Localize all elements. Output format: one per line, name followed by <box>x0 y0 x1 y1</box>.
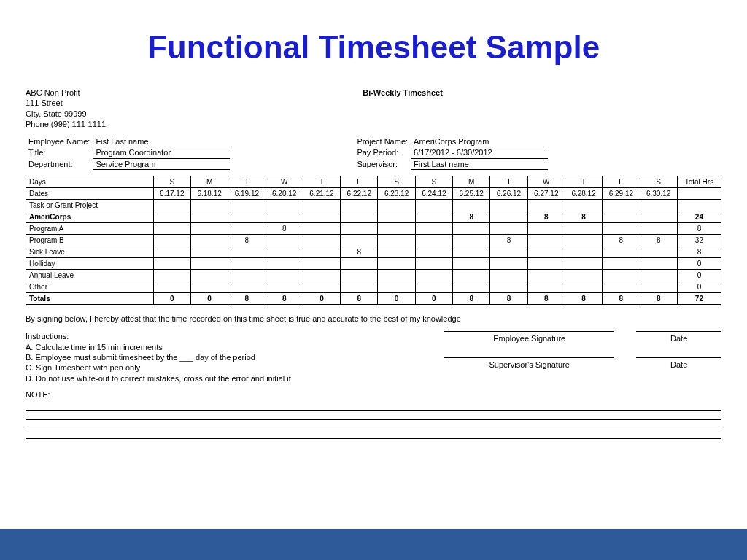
date-head: 6.18.12 <box>190 188 228 200</box>
day-head: S <box>378 176 415 188</box>
pay-period-label: Pay Period: <box>354 147 411 158</box>
dates-label: Dates <box>26 188 154 200</box>
totals-cell: 0 <box>190 293 228 305</box>
row-total: 8 <box>677 246 721 258</box>
hours-cell <box>603 281 640 293</box>
proj-name-value: AmeriCorps Program <box>411 136 548 147</box>
hours-cell <box>228 223 266 235</box>
hours-cell <box>378 211 415 223</box>
supervisor-value: First Last name <box>411 158 548 169</box>
supervisor-signature-line: Supervisor's Signature <box>444 357 614 370</box>
hours-cell <box>378 281 415 293</box>
hours-cell <box>415 281 452 293</box>
grand-total: 72 <box>677 293 721 305</box>
hours-cell: 8 <box>228 235 266 246</box>
hours-cell <box>490 246 527 258</box>
hours-cell <box>190 223 228 235</box>
totals-cell: 8 <box>341 293 378 305</box>
date-head: 6.19.12 <box>228 188 266 200</box>
totals-cell: 8 <box>527 293 565 305</box>
blank-cell <box>677 188 721 200</box>
task-label: Sick Leave <box>26 246 154 258</box>
page-title: Functional Timesheet Sample <box>0 0 747 73</box>
task-header: Task or Grant Project <box>26 200 154 211</box>
day-head: S <box>153 176 190 188</box>
table-row: Sick Leave88 <box>26 246 721 258</box>
date-head: 6.21.12 <box>303 188 340 200</box>
blank-cell <box>565 200 602 211</box>
hours-cell <box>453 223 490 235</box>
hours-cell <box>565 235 602 246</box>
date-head: 6.17.12 <box>153 188 190 200</box>
pay-period-value: 6/17/2012 - 6/30/2012 <box>411 147 548 158</box>
blank-cell <box>677 200 721 211</box>
day-head: S <box>415 176 452 188</box>
blank-cell <box>378 200 415 211</box>
emp-title-value: Program Coordinator <box>93 147 230 158</box>
hours-cell: 8 <box>527 211 565 223</box>
org-block: ABC Non Profit 111 Street City, State 99… <box>26 88 304 129</box>
hours-cell <box>303 258 340 270</box>
hours-cell <box>266 281 303 293</box>
instruction-a: A. Calculate time in 15 min increments <box>26 342 444 352</box>
hours-cell <box>640 211 677 223</box>
hours-cell <box>228 246 266 258</box>
emp-name-label: Employee Name: <box>26 136 93 147</box>
hours-cell <box>527 235 565 246</box>
hours-cell <box>453 258 490 270</box>
totals-cell: 8 <box>565 293 602 305</box>
hours-cell <box>415 211 452 223</box>
hours-cell <box>490 211 527 223</box>
org-street: 111 Street <box>26 98 304 108</box>
totals-cell: 0 <box>303 293 340 305</box>
hours-cell <box>415 235 452 246</box>
hours-cell <box>228 281 266 293</box>
hours-cell <box>153 281 190 293</box>
hours-cell <box>603 223 640 235</box>
hours-cell <box>153 246 190 258</box>
hours-cell <box>490 223 527 235</box>
date-head: 6.22.12 <box>341 188 378 200</box>
task-label: Program B <box>26 235 154 246</box>
hours-cell <box>190 281 228 293</box>
row-total: 0 <box>677 258 721 270</box>
hours-cell <box>453 270 490 281</box>
hours-cell <box>565 223 602 235</box>
totals-cell: 0 <box>415 293 452 305</box>
hours-cell <box>527 258 565 270</box>
hours-cell <box>228 211 266 223</box>
hours-cell <box>415 258 452 270</box>
table-row: Annual Leave0 <box>26 270 721 281</box>
hours-cell <box>341 270 378 281</box>
hours-cell <box>565 270 602 281</box>
date-head: 6.29.12 <box>603 188 640 200</box>
blank-cell <box>266 200 303 211</box>
hours-cell <box>341 223 378 235</box>
blank-cell <box>453 200 490 211</box>
hours-cell <box>640 281 677 293</box>
supervisor-date-line: Date <box>636 357 721 370</box>
hours-cell <box>190 211 228 223</box>
totals-cell: 8 <box>490 293 527 305</box>
total-hrs-header: Total Hrs <box>677 176 721 188</box>
hours-cell <box>153 270 190 281</box>
hours-cell <box>640 246 677 258</box>
employee-date-line: Date <box>636 331 721 343</box>
instructions-header: Instructions: <box>26 331 444 341</box>
hours-cell <box>378 235 415 246</box>
project-info: Project Name: AmeriCorps Program Pay Per… <box>354 136 548 170</box>
task-label: Program A <box>26 223 154 235</box>
date-head: 6.24.12 <box>415 188 452 200</box>
hours-cell <box>527 246 565 258</box>
blank-cell <box>153 200 190 211</box>
hours-cell <box>527 281 565 293</box>
hours-cell <box>453 246 490 258</box>
hours-cell: 8 <box>453 211 490 223</box>
day-head: T <box>228 176 266 188</box>
hours-cell <box>378 246 415 258</box>
totals-cell: 8 <box>640 293 677 305</box>
day-head: M <box>190 176 228 188</box>
hours-cell <box>415 246 452 258</box>
totals-cell: 0 <box>153 293 190 305</box>
hours-cell <box>266 246 303 258</box>
